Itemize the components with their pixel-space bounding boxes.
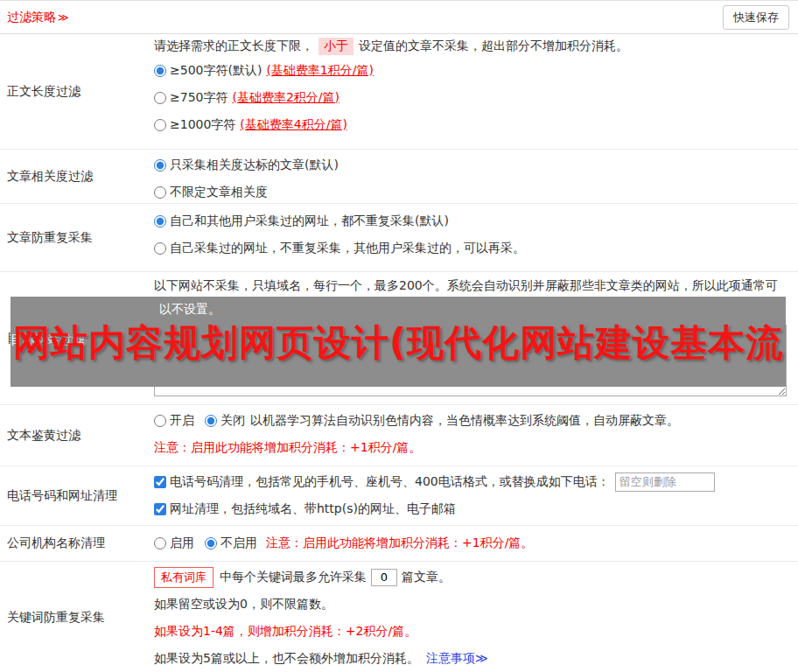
radio-500-chars[interactable] bbox=[154, 65, 166, 77]
row-label-porn-filter: 文本鉴黄过滤 bbox=[0, 405, 152, 466]
radio-label: 启用 bbox=[170, 536, 194, 551]
fee-note: (基础费率1积分/篇) bbox=[266, 63, 374, 79]
radio-option-dedup-all-users[interactable]: 自己和其他用户采集过的网址，都不重复采集(默认) bbox=[154, 207, 791, 234]
radio-option-porn-off[interactable]: 关闭 bbox=[205, 413, 245, 429]
notes-link[interactable]: 注意事项≫ bbox=[426, 651, 488, 667]
radio-option-company-off[interactable]: 不启用 bbox=[205, 536, 257, 551]
keyword-note-zero: 如果留空或设为0，则不限篇数。 bbox=[154, 591, 791, 618]
chevron-double-icon: ≫ bbox=[58, 11, 69, 24]
radio-label: 自己和其他用户采集过的网址，都不重复采集(默认) bbox=[170, 214, 449, 229]
radio-label: 只采集相关度达标的文章(默认) bbox=[170, 158, 339, 173]
topbar: 过滤策略≫ 快速保存 bbox=[0, 1, 798, 34]
radio-option-company-on[interactable]: 启用 bbox=[154, 536, 194, 551]
radio-dedup-self-only[interactable] bbox=[154, 242, 166, 255]
radio-label: 关闭 bbox=[220, 413, 245, 429]
intro-highlight: 小于 bbox=[318, 38, 354, 55]
radio-company-off[interactable] bbox=[205, 537, 217, 550]
keyword-note-1-4: 如果设为1-4篇，则增加积分消耗：+2积分/篇。 bbox=[154, 618, 791, 645]
porn-filter-note: 注意：启用此功能将增加积分消耗：+1积分/篇。 bbox=[154, 434, 791, 461]
dedup-options: 自己和其他用户采集过的网址，都不重复采集(默认) 自己采集过的网址，不重复采集，… bbox=[152, 204, 798, 271]
keyword-note-5plus: 如果设为5篇或以上，也不会额外增加积分消耗。 bbox=[154, 651, 419, 667]
radio-dedup-all-users[interactable] bbox=[154, 215, 166, 228]
radio-label: ≥1000字符 bbox=[170, 117, 235, 133]
radio-label: ≥750字符 bbox=[170, 90, 228, 106]
radio-option-750-chars[interactable]: ≥750字符 (基础费率2积分/篇) bbox=[154, 84, 791, 111]
company-clean-note: 注意：启用此功能将增加积分消耗：+1积分/篇。 bbox=[266, 536, 533, 551]
radio-option-1000-chars[interactable]: ≥1000字符 (基础费率4积分/篇) bbox=[154, 111, 791, 138]
replacement-phone-input[interactable] bbox=[615, 472, 715, 492]
radio-relevance-unlimited[interactable] bbox=[154, 186, 166, 199]
row-label-relevance: 文章相关度过滤 bbox=[0, 150, 152, 203]
radio-option-porn-on[interactable]: 开启 bbox=[154, 413, 194, 429]
radio-label: ≥500字符(默认) bbox=[170, 63, 262, 79]
row-label-phone-url-clean: 电话号码和网址清理 bbox=[0, 466, 152, 525]
radio-750-chars[interactable] bbox=[154, 92, 166, 104]
row-porn-filter: 文本鉴黄过滤 开启 关闭 以机器学习算法自动识别色情内容，当色情概率达到系统阈值… bbox=[0, 405, 798, 466]
row-relevance-filter: 文章相关度过滤 只采集相关度达标的文章(默认) 不限定文章相关度 bbox=[0, 150, 798, 204]
fee-note: (基础费率4积分/篇) bbox=[240, 117, 347, 133]
filter-strategy-page: 过滤策略≫ 快速保存 正文长度过滤 请选择需求的正文长度下限， 小于 设定值的文… bbox=[0, 0, 798, 672]
radio-option-relevance-default[interactable]: 只采集相关度达标的文章(默认) bbox=[154, 151, 791, 178]
radio-porn-off[interactable] bbox=[205, 415, 217, 427]
fee-note: (基础费率2积分/篇) bbox=[232, 90, 340, 106]
radio-label: 不限定文章相关度 bbox=[170, 185, 268, 200]
private-thesaurus-tag[interactable]: 私有词库 bbox=[154, 567, 214, 588]
checkbox-phone-clean[interactable] bbox=[154, 476, 166, 488]
row-label-company-clean: 公司机构名称清理 bbox=[0, 526, 152, 561]
section-title-toggle[interactable]: 过滤策略≫ bbox=[7, 10, 69, 25]
page-title: 过滤策略 bbox=[7, 10, 56, 24]
row-phone-url-clean: 电话号码和网址清理 电话号码清理，包括常见的手机号、座机号、400电话格式，或替… bbox=[0, 466, 798, 526]
checkbox-option-url-clean[interactable]: 网址清理，包括纯域名、带http(s)的网址、电子邮箱 bbox=[154, 501, 456, 517]
row-label-dedup: 文章防重复采集 bbox=[0, 204, 152, 271]
radio-porn-on[interactable] bbox=[154, 415, 166, 427]
row-article-dedup: 文章防重复采集 自己和其他用户采集过的网址，都不重复采集(默认) 自己采集过的网… bbox=[0, 204, 798, 272]
porn-filter-content: 开启 关闭 以机器学习算法自动识别色情内容，当色情概率达到系统阈值，自动屏蔽文章… bbox=[152, 405, 798, 466]
radio-option-500-chars[interactable]: ≥500字符(默认) (基础费率1积分/篇) bbox=[154, 57, 791, 84]
content-length-options: 请选择需求的正文长度下限， 小于 设定值的文章不采集，超出部分不增加积分消耗。 … bbox=[152, 34, 798, 149]
intro-post: 设定值的文章不采集，超出部分不增加积分消耗。 bbox=[359, 38, 628, 54]
quick-save-button[interactable]: 快速保存 bbox=[723, 5, 789, 30]
checkbox-label: 电话号码清理，包括常见的手机号、座机号、400电话格式，或替换成如下电话： bbox=[170, 474, 610, 490]
porn-filter-desc: 以机器学习算法自动识别色情内容，当色情概率达到系统阈值，自动屏蔽文章。 bbox=[250, 413, 679, 429]
radio-option-dedup-self-only[interactable]: 自己采集过的网址，不重复采集，其他用户采集过的，可以再采。 bbox=[154, 234, 791, 262]
company-clean-content: 启用 不启用 注意：启用此功能将增加积分消耗：+1积分/篇。 bbox=[152, 526, 798, 561]
row-company-clean: 公司机构名称清理 启用 不启用 注意：启用此功能将增加积分消耗：+1积分/篇。 bbox=[0, 526, 798, 562]
checkbox-label: 网址清理，包括纯域名、带http(s)的网址、电子邮箱 bbox=[170, 501, 456, 517]
row-content-length-filter: 正文长度过滤 请选择需求的正文长度下限， 小于 设定值的文章不采集，超出部分不增… bbox=[0, 34, 798, 150]
radio-company-on[interactable] bbox=[154, 537, 166, 550]
keyword-limit-text-end: 篇文章。 bbox=[402, 570, 451, 585]
radio-label: 自己采集过的网址，不重复采集，其他用户采集过的，可以再采。 bbox=[170, 241, 525, 256]
watermark-overlay: 以不设置。 目标网站过滤 网站内容规划网页设计(现代化网站建设基本流 bbox=[10, 297, 786, 387]
radio-1000-chars[interactable] bbox=[154, 119, 166, 131]
target-site-desc-line1: 以下网站不采集，只填域名，每行一个，最多200个。系统会自动识别并屏蔽那些非文章… bbox=[154, 276, 791, 297]
checkbox-option-phone-clean[interactable]: 电话号码清理，包括常见的手机号、座机号、400电话格式，或替换成如下电话： bbox=[154, 474, 610, 490]
checkbox-url-clean[interactable] bbox=[154, 503, 166, 515]
keyword-count-input[interactable] bbox=[371, 569, 397, 586]
keyword-limit-text: 中每个关键词最多允许采集 bbox=[220, 570, 367, 585]
phone-url-clean-content: 电话号码清理，包括常见的手机号、座机号、400电话格式，或替换成如下电话： 网址… bbox=[152, 466, 798, 525]
radio-label: 不启用 bbox=[220, 536, 257, 551]
keyword-dedup-content: 私有词库 中每个关键词最多允许采集 篇文章。 如果留空或设为0，则不限篇数。 如… bbox=[152, 562, 798, 672]
row-label-keyword-dedup: 关键词防重复采集 bbox=[0, 562, 152, 672]
relevance-options: 只采集相关度达标的文章(默认) 不限定文章相关度 bbox=[152, 150, 798, 203]
intro-pre: 请选择需求的正文长度下限， bbox=[154, 38, 313, 54]
watermark-text: 网站内容规划网页设计(现代化网站建设基本流 bbox=[13, 318, 783, 368]
row-keyword-dedup: 关键词防重复采集 私有词库 中每个关键词最多允许采集 篇文章。 如果留空或设为0… bbox=[0, 562, 798, 672]
row-label-content-length: 正文长度过滤 bbox=[0, 34, 152, 149]
radio-option-relevance-unlimited[interactable]: 不限定文章相关度 bbox=[154, 178, 791, 204]
overlay-desc-line2: 以不设置。 bbox=[159, 302, 220, 318]
radio-label: 开启 bbox=[170, 413, 194, 429]
content-length-intro: 请选择需求的正文长度下限， 小于 设定值的文章不采集，超出部分不增加积分消耗。 bbox=[154, 36, 791, 57]
radio-relevance-default[interactable] bbox=[154, 159, 166, 172]
